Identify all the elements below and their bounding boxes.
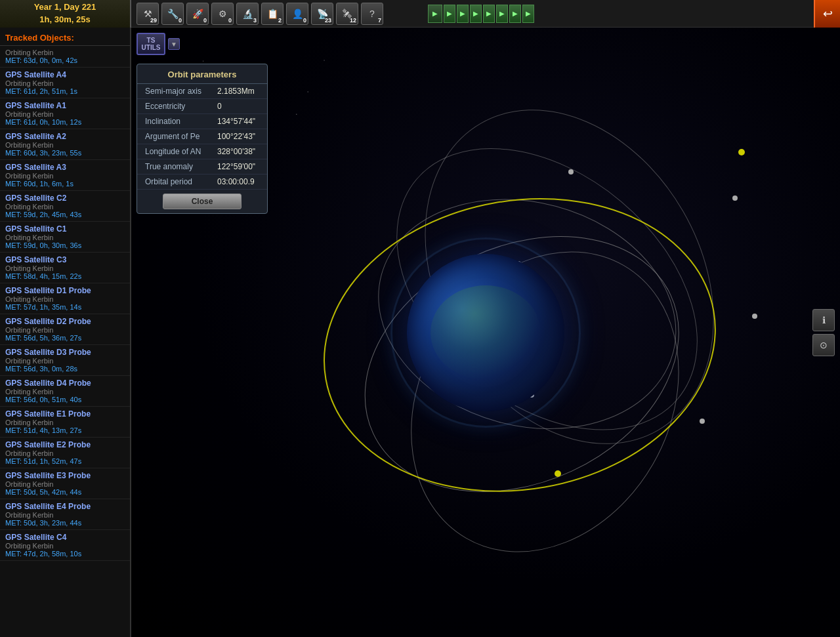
right-icons: ℹ ⊙ bbox=[812, 309, 835, 356]
list-item[interactable]: GPS Satellite E3 ProbeOrbiting KerbinMET… bbox=[0, 468, 130, 499]
orbit-row: Semi-major axis2.1853Mm bbox=[137, 84, 267, 99]
speed-btn-4[interactable]: ▶ bbox=[496, 5, 508, 23]
ts-utils-area: TS UTILS ▼ bbox=[136, 33, 180, 55]
ts-utils-button[interactable]: TS UTILS bbox=[136, 33, 165, 55]
time-elapsed: 1h, 30m, 25s bbox=[39, 14, 90, 26]
list-item[interactable]: GPS Satellite D4 ProbeOrbiting KerbinMET… bbox=[0, 376, 130, 407]
kerbin-planet bbox=[407, 254, 564, 411]
orbit-row: Inclination134°57'44" bbox=[137, 114, 267, 129]
toolbar-btn-science[interactable]: 🔬3 bbox=[236, 3, 259, 25]
speed-btn-0[interactable]: ▶ bbox=[444, 5, 455, 23]
list-item[interactable]: GPS Satellite D3 ProbeOrbiting KerbinMET… bbox=[0, 345, 130, 376]
ts-utils-dropdown[interactable]: ▼ bbox=[168, 38, 180, 50]
orbit-panel: Orbit parameters Semi-major axis2.1853Mm… bbox=[136, 64, 268, 214]
speed-btn-2[interactable]: ▶ bbox=[470, 5, 482, 23]
speed-btn-6[interactable]: ▶ bbox=[522, 5, 534, 23]
speed-btn-5[interactable]: ▶ bbox=[509, 5, 521, 23]
toolbar-btn-tool[interactable]: 🔧0 bbox=[161, 3, 184, 25]
list-item[interactable]: GPS Satellite C2Orbiting KerbinMET: 59d,… bbox=[0, 191, 130, 222]
list-item[interactable]: GPS Satellite E1 ProbeOrbiting KerbinMET… bbox=[0, 407, 130, 438]
pause-button[interactable]: ▶ bbox=[428, 5, 442, 23]
orbit-panel-title: Orbit parameters bbox=[137, 64, 267, 84]
exit-button[interactable]: ↩ bbox=[814, 0, 840, 28]
sidebar: Tracked Objects: Orbiting KerbinMET: 63d… bbox=[0, 28, 131, 637]
orbit-row: True anomaly122°59'00" bbox=[137, 159, 267, 175]
info-button[interactable]: ℹ bbox=[812, 309, 835, 331]
toolbar-btn-help[interactable]: ?7 bbox=[361, 3, 383, 25]
telescope-button[interactable]: ⊙ bbox=[812, 334, 835, 356]
list-item[interactable]: GPS Satellite E2 ProbeOrbiting KerbinMET… bbox=[0, 438, 130, 468]
toolbar-btn-wrench[interactable]: ⚒29 bbox=[136, 3, 159, 25]
list-item[interactable]: GPS Satellite D2 ProbeOrbiting KerbinMET… bbox=[0, 314, 130, 345]
speed-btn-3[interactable]: ▶ bbox=[483, 5, 495, 23]
orbit-row: Argument of Pe100°22'43" bbox=[137, 129, 267, 144]
list-item[interactable]: GPS Satellite C4Orbiting KerbinMET: 47d,… bbox=[0, 530, 130, 561]
list-item[interactable]: Orbiting KerbinMET: 63d, 0h, 0m, 42s bbox=[0, 46, 130, 68]
toolbar-btn-gear[interactable]: ⚙0 bbox=[211, 3, 234, 25]
toolbar-btn-comm[interactable]: 📡23 bbox=[311, 3, 333, 25]
svg-point-212 bbox=[555, 470, 561, 477]
toolbar-btn-rocket[interactable]: 🚀0 bbox=[186, 3, 209, 25]
toolbar-btn-satellite[interactable]: 🛰12 bbox=[336, 3, 358, 25]
list-item[interactable]: GPS Satellite A2Orbiting KerbinMET: 60d,… bbox=[0, 129, 130, 160]
toolbar-icons: ⚒29🔧0🚀0⚙0🔬3📋2👤0📡23🛰12?7 bbox=[131, 3, 421, 25]
svg-point-203 bbox=[358, 203, 732, 601]
svg-point-207 bbox=[732, 195, 738, 201]
list-item[interactable]: GPS Satellite A1Orbiting KerbinMET: 61d,… bbox=[0, 98, 130, 129]
tracked-objects-label: Tracked Objects: bbox=[0, 28, 130, 46]
toolbar-btn-crew[interactable]: 👤0 bbox=[286, 3, 308, 25]
svg-point-202 bbox=[367, 58, 771, 496]
list-item[interactable]: GPS Satellite C1Orbiting KerbinMET: 59d,… bbox=[0, 222, 130, 253]
list-item[interactable]: GPS Satellite C3Orbiting KerbinMET: 58d,… bbox=[0, 253, 130, 283]
list-item[interactable]: GPS Satellite E4 ProbeOrbiting KerbinMET… bbox=[0, 499, 130, 530]
speed-controls: ▶▶▶▶▶▶▶▶ bbox=[428, 5, 534, 23]
orbit-close-button[interactable]: Close bbox=[163, 194, 242, 209]
list-item[interactable]: GPS Satellite D1 ProbeOrbiting KerbinMET… bbox=[0, 283, 130, 314]
time-date: Year 1, Day 221 bbox=[34, 1, 96, 13]
orbit-row: Eccentricity0 bbox=[137, 99, 267, 114]
svg-point-209 bbox=[752, 314, 757, 319]
orbit-rows: Semi-major axis2.1853MmEccentricity0Incl… bbox=[137, 84, 267, 190]
main-view: TS UTILS ▼ Orbit parameters Semi-major a… bbox=[131, 28, 840, 637]
list-item[interactable]: GPS Satellite A3Orbiting KerbinMET: 60d,… bbox=[0, 160, 130, 191]
time-display: Year 1, Day 221 1h, 30m, 25s bbox=[0, 0, 131, 28]
orbit-row: Longitude of AN328°00'38" bbox=[137, 144, 267, 159]
svg-point-206 bbox=[568, 169, 574, 175]
list-item[interactable]: GPS Satellite A4Orbiting KerbinMET: 61d,… bbox=[0, 68, 130, 98]
svg-point-211 bbox=[700, 419, 705, 424]
toolbar: Year 1, Day 221 1h, 30m, 25s ⚒29🔧0🚀0⚙0🔬3… bbox=[0, 0, 840, 28]
svg-point-213 bbox=[738, 149, 745, 155]
orbit-row: Orbital period03:00:00.9 bbox=[137, 175, 267, 190]
toolbar-btn-report[interactable]: 📋2 bbox=[261, 3, 284, 25]
speed-btn-1[interactable]: ▶ bbox=[457, 5, 469, 23]
